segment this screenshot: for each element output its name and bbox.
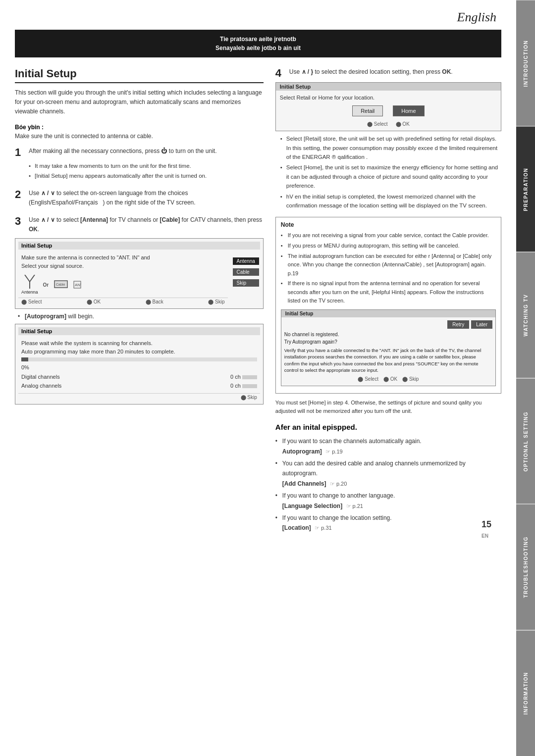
location-ui-title: Initial Setup — [276, 83, 501, 91]
step-4-text: Use ∧ / } to select the desired location… — [289, 67, 501, 77]
note-bullets: If you are not receiving a signal from y… — [281, 231, 496, 305]
step-1-bullet-2: [Initial Setup] menu appears automatical… — [29, 171, 264, 180]
after-setup-bullets: If you want to scan the channels automat… — [275, 436, 501, 533]
location-footer: ⬤ Select ⬤ OK — [280, 121, 497, 127]
scan-line-2: Auto programming may take more than 20 m… — [21, 348, 257, 356]
tab-optional-setting[interactable]: OPTIONAL SETTING — [516, 378, 535, 504]
ui-body-1: Make sure the antenna is connected to "A… — [18, 252, 228, 272]
scan-ui-title: Initial Setup — [18, 327, 260, 335]
step-3-number: 3 — [15, 215, 25, 227]
retry-line-1: No channel is registered. — [284, 331, 492, 338]
retry-button[interactable]: Retry — [447, 320, 469, 329]
note-bullet-3: The initial autoprogram function can be … — [281, 252, 496, 278]
step-1-bullet-1: It may take a few moments to turn on the… — [29, 161, 264, 170]
after-bullet-2: You can add the desired cable and analog… — [275, 458, 501, 489]
svg-text:ANT: ANT — [75, 283, 81, 287]
retail-button[interactable]: Retail — [352, 105, 383, 116]
tab-watching-tv[interactable]: WATCHING TV — [516, 252, 535, 378]
language-label: English — [15, 10, 501, 25]
step-1-number: 1 — [15, 147, 25, 158]
home-note: You must set [Home] in step 4. Otherwise… — [275, 399, 501, 415]
after-setup-section: Afer an inital epispped. If you want to … — [275, 423, 501, 533]
note-bullet-2: If you press or MENU during autoprogram,… — [281, 242, 496, 251]
after-bullet-4: If you want to change the location setti… — [275, 513, 501, 533]
note-bullet-4: If there is no signal input from the ant… — [281, 279, 496, 305]
step-1-bullets: It may take a few moments to turn on the… — [15, 161, 264, 181]
tab-introduction[interactable]: INTRODUCTION — [516, 0, 535, 126]
page-lang: EN — [482, 533, 488, 539]
svg-line-0 — [25, 275, 30, 282]
after-bullet-1: If you want to scan the channels automat… — [275, 436, 501, 456]
after-link-3: [Language Selection] — [282, 503, 342, 509]
note-bullet-1: If you are not receiving a signal from y… — [281, 231, 496, 240]
warning-line1: Tie pratosare aeite jretnotb — [25, 35, 491, 44]
retry-ui-title: Initial Setup — [281, 310, 495, 317]
warning-box: Tie pratosare aeite jretnotb Senayaleb a… — [15, 30, 501, 57]
svg-text:Cable: Cable — [56, 283, 65, 286]
antenna-diagram: Antenna Or Cable — [18, 272, 228, 298]
left-column: Initial Setup This section will guide yo… — [15, 67, 264, 535]
step-2-text: Use ∧ / ∨ to select the on-screen langua… — [29, 189, 264, 207]
retry-body: Verify that you have a cable connected t… — [284, 347, 492, 373]
step-3-text: Use ∧ / ∨ to select [Antenna] for TV cha… — [29, 215, 264, 234]
tab-preparation[interactable]: PREPARATION — [516, 126, 535, 252]
page-number: 15 — [482, 519, 491, 529]
step-4: 4 Use ∧ / } to select the desired locati… — [275, 67, 501, 210]
analog-channels-row: Analog channels 0 ch — [21, 382, 257, 390]
retry-line-2: Try Autoprogram again? — [284, 338, 492, 346]
step-3: 3 Use ∧ / ∨ to select [Antenna] for TV c… — [15, 215, 264, 404]
progress-bar — [21, 357, 257, 361]
note-box: Note If you are not receiving a signal f… — [275, 217, 501, 394]
retry-ui: Initial Setup Retry Later No channel is … — [281, 309, 496, 386]
home-button[interactable]: Home — [393, 105, 424, 116]
antenna-cable-ui: Initial Setup Make sure the antenna is c… — [15, 238, 264, 309]
after-link-1: Autoprogram] — [282, 448, 322, 455]
step-2-number: 2 — [15, 189, 25, 201]
step-4-bullet-1: Select [Retail] store, the unit will be … — [280, 134, 501, 161]
section-title: Initial Setup — [15, 67, 264, 83]
page-footer: 15 EN — [482, 519, 491, 540]
after-setup-title: Afer an inital epispped. — [275, 423, 501, 431]
intro-text: This section will guide you through the … — [15, 88, 264, 117]
retry-footer: ⬤ Select ⬤ OK ⬤ Skip — [284, 375, 492, 383]
before-begin-text: Make sure the unit is connected to anten… — [15, 133, 264, 140]
step-2: 2 Use ∧ / ∨ to select the on-screen lang… — [15, 189, 264, 207]
step-4-bullet-3: hV en the initial setup is completed, th… — [280, 192, 501, 210]
step-4-number: 4 — [275, 67, 285, 79]
antenna-option[interactable]: Antenna — [233, 257, 259, 265]
step-1-text: After making all the necessary connectio… — [29, 147, 264, 156]
side-tabs: INTRODUCTION PREPARATION WATCHING TV OPT… — [516, 0, 535, 756]
tab-troubleshooting[interactable]: TROUBLESHOOTING — [516, 504, 535, 630]
cable-option[interactable]: Cable — [233, 268, 259, 276]
svg-line-1 — [30, 275, 35, 282]
step-4-bullet-2: Select [Home], the unit is set to maximi… — [280, 163, 501, 190]
location-ui: Initial Setup Select Retail or Home for … — [275, 82, 501, 131]
after-link-2: [Add Channels] — [282, 480, 326, 487]
before-begin-label: Bóe ybin : — [15, 124, 264, 131]
scanning-ui: Initial Setup Please wait while the syst… — [15, 324, 264, 404]
step-1: 1 After making all the necessary connect… — [15, 147, 264, 181]
after-link-4: [Location] — [282, 524, 311, 531]
later-button[interactable]: Later — [471, 320, 492, 329]
scan-skip-label[interactable]: Skip — [247, 395, 257, 400]
scan-line-1: Please wait while the system is scanning… — [21, 339, 257, 348]
after-bullet-3: If you want to change to another languag… — [275, 491, 501, 511]
digital-channels-row: Digital channels 0 ch — [21, 373, 257, 381]
autoprogram-bullet: [Autoprogram] will begin. — [15, 313, 264, 320]
warning-line2: Senayaleb aeite jotbo b ain uit — [25, 44, 491, 52]
skip-option[interactable]: Skip — [233, 279, 259, 287]
step-4-bullets: Select [Retail] store, the unit will be … — [275, 134, 501, 210]
scan-progress: 0% — [21, 363, 257, 372]
right-column: 4 Use ∧ / } to select the desired locati… — [275, 67, 501, 535]
tab-information[interactable]: INFORMATION — [516, 630, 535, 756]
ui-box-title-1: Initial Setup — [18, 242, 260, 250]
location-prompt: Select Retail or Home for your location. — [280, 95, 497, 101]
note-title: Note — [281, 221, 496, 228]
